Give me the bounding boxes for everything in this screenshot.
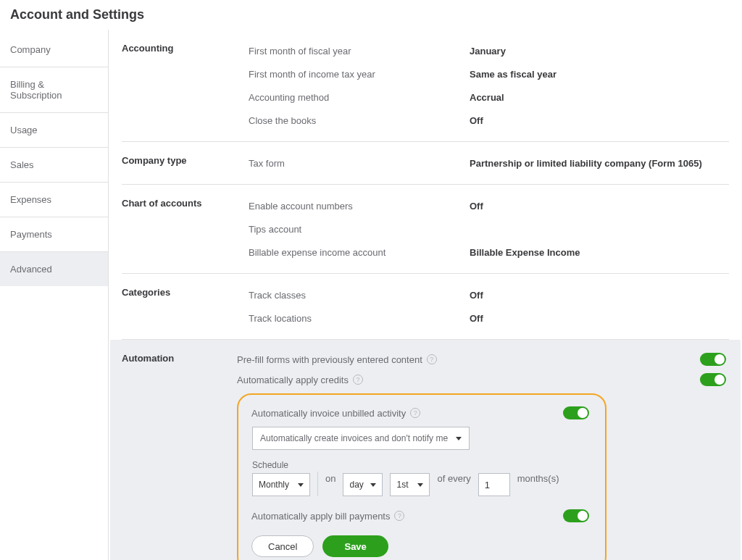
section-title: Chart of accounts — [122, 198, 249, 260]
toggle-prefill[interactable] — [700, 353, 726, 366]
setting-value: Same as fiscal year — [470, 69, 556, 80]
setting-label: First month of fiscal year — [249, 46, 470, 57]
sidebar-item-company[interactable]: Company — [0, 33, 108, 67]
setting-row: Close the books Off — [249, 112, 729, 128]
sidebar-item-payments[interactable]: Payments — [0, 217, 108, 252]
setting-label: Automatically invoice unbilled activity — [251, 408, 406, 419]
divider — [317, 472, 318, 496]
invoice-mode-select[interactable]: Automatically create invoices and don't … — [252, 427, 470, 450]
schedule-unit-text: months(s) — [517, 473, 559, 484]
schedule-day-ordinal-value: 1st — [396, 480, 408, 490]
section-automation: Automation Pre-fill forms with previousl… — [110, 340, 741, 560]
schedule-frequency-select[interactable]: Monthly — [252, 473, 310, 496]
section-title: Automation — [122, 353, 237, 560]
sidebar-item-advanced[interactable]: Advanced — [0, 252, 108, 286]
setting-value: Partnership or limited liability company… — [470, 158, 702, 169]
section-title: Accounting — [122, 43, 249, 128]
section-company-type: Company type Tax form Partnership or lim… — [122, 142, 729, 185]
setting-row: Billable expense income account Billable… — [249, 244, 729, 260]
setting-label: Pre-fill forms with previously entered c… — [237, 354, 422, 365]
toggle-auto-invoice[interactable] — [563, 406, 589, 419]
section-chart-of-accounts: Chart of accounts Enable account numbers… — [122, 185, 729, 274]
schedule-interval-input[interactable] — [478, 473, 510, 496]
schedule-on-text: on — [325, 473, 335, 484]
help-icon[interactable]: ? — [353, 375, 363, 385]
setting-row: Accounting method Accrual — [249, 89, 729, 105]
schedule-frequency-value: Monthly — [259, 480, 289, 490]
setting-row: First month of income tax year Same as f… — [249, 66, 729, 82]
setting-label: Track classes — [249, 290, 470, 301]
schedule-label: Schedule — [252, 460, 310, 470]
sidebar-item-billing[interactable]: Billing & Subscription — [0, 67, 108, 113]
setting-value: Off — [470, 115, 483, 126]
chevron-down-icon — [417, 483, 423, 487]
setting-value: January — [470, 46, 506, 57]
setting-value: Billable Expense Income — [470, 247, 580, 258]
setting-label: Automatically apply credits — [237, 375, 349, 385]
save-button[interactable]: Save — [322, 535, 388, 557]
automation-row-apply-credits: Automatically apply credits ? — [237, 373, 729, 386]
chevron-down-icon — [370, 483, 376, 487]
section-accounting: Accounting First month of fiscal year Ja… — [122, 30, 729, 142]
help-icon[interactable]: ? — [394, 511, 404, 521]
sidebar-item-usage[interactable]: Usage — [0, 113, 108, 148]
sidebar: Company Billing & Subscription Usage Sal… — [0, 30, 109, 560]
setting-row: Track locations Off — [249, 310, 729, 326]
sidebar-item-sales[interactable]: Sales — [0, 148, 108, 183]
setting-value: Off — [470, 201, 483, 212]
section-title: Company type — [122, 155, 249, 171]
invoice-mode-value: Automatically create invoices and don't … — [260, 433, 448, 443]
setting-row: First month of fiscal year January — [249, 43, 729, 59]
setting-row: Tips account — [249, 221, 729, 237]
chevron-down-icon — [456, 437, 462, 440]
help-icon[interactable]: ? — [410, 408, 420, 418]
setting-label: Enable account numbers — [249, 201, 470, 212]
sidebar-item-expenses[interactable]: Expenses — [0, 183, 108, 217]
schedule-day-type-value: day — [349, 480, 363, 490]
cancel-button[interactable]: Cancel — [251, 535, 314, 557]
setting-label: First month of income tax year — [249, 69, 470, 80]
setting-label: Automatically apply bill payments — [251, 511, 390, 522]
section-categories: Categories Track classes Off Track locat… — [122, 274, 729, 340]
setting-label: Accounting method — [249, 92, 470, 103]
automation-row-apply-bill: Automatically apply bill payments ? — [251, 509, 592, 522]
setting-value: Accrual — [470, 92, 504, 103]
setting-value: Off — [470, 313, 483, 324]
highlighted-area: Automatically invoice unbilled activity … — [237, 393, 606, 560]
automation-row-auto-invoice: Automatically invoice unbilled activity … — [251, 406, 592, 419]
setting-row: Enable account numbers Off — [249, 198, 729, 214]
setting-row: Tax form Partnership or limited liabilit… — [249, 155, 729, 171]
help-icon[interactable]: ? — [427, 354, 437, 364]
setting-label: Track locations — [249, 313, 470, 324]
section-title: Categories — [122, 287, 249, 326]
setting-label: Tax form — [249, 158, 470, 169]
setting-row: Track classes Off — [249, 287, 729, 303]
setting-value: Off — [470, 290, 483, 301]
schedule-of-every-text: of every — [437, 473, 470, 484]
automation-row-prefill: Pre-fill forms with previously entered c… — [237, 353, 729, 366]
chevron-down-icon — [298, 483, 304, 487]
schedule-day-ordinal-select[interactable]: 1st — [390, 473, 430, 496]
page-title: Account and Settings — [0, 0, 742, 30]
setting-label: Close the books — [249, 115, 470, 126]
setting-label: Billable expense income account — [249, 247, 470, 258]
schedule-day-type-select[interactable]: day — [343, 473, 383, 496]
toggle-apply-bill[interactable] — [563, 509, 589, 522]
setting-label: Tips account — [249, 224, 470, 235]
toggle-apply-credits[interactable] — [700, 373, 726, 386]
